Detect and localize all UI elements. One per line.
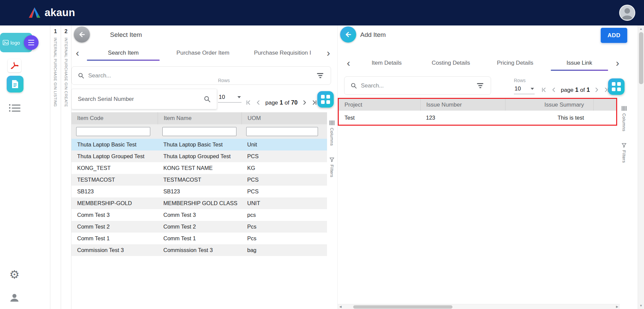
brand-logo[interactable]: akaun — [28, 7, 75, 19]
serial-search-input[interactable] — [78, 96, 204, 103]
next-page-button[interactable] — [593, 86, 600, 94]
table-cell: Comm Test 3 — [71, 212, 158, 218]
grid-view-button[interactable] — [608, 78, 625, 95]
serial-search-icon[interactable] — [204, 96, 211, 103]
prev-page-button[interactable] — [255, 99, 262, 106]
user-avatar[interactable] — [619, 5, 635, 21]
scroll-up-arrow-icon[interactable]: ▲ — [638, 27, 644, 30]
next-page-button[interactable] — [301, 99, 308, 106]
list-view-icon[interactable] — [9, 103, 20, 113]
sidebar-menu-toggle[interactable] — [24, 35, 39, 50]
horizontal-scrollbar[interactable]: ◀ ▶ — [338, 304, 620, 309]
add-button[interactable]: ADD — [601, 28, 627, 43]
broken-image-icon — [3, 40, 9, 45]
back-button[interactable] — [340, 26, 356, 43]
tab-purchase-order-item[interactable]: Purchase Order Item — [163, 45, 243, 61]
rows-per-page-select[interactable]: 10 — [514, 85, 535, 94]
first-page-button[interactable] — [540, 86, 548, 94]
scroll-down-arrow-icon[interactable]: ▼ — [638, 304, 644, 307]
grid-view-button[interactable] — [317, 91, 334, 108]
columns-toggle[interactable]: Columns — [622, 106, 627, 131]
column-filter-input[interactable] — [246, 127, 318, 136]
tab-search-item[interactable]: Search Item — [84, 45, 163, 61]
document-app-icon[interactable] — [7, 76, 23, 92]
vertical-scrollbar[interactable]: ▲ ▼ — [638, 25, 644, 309]
table-cell: Thuta Laptop Basic Test — [71, 141, 158, 148]
tabs-scroll-right-icon[interactable]: › — [322, 45, 334, 61]
tab-costing-details[interactable]: Costing Details — [419, 55, 483, 71]
pagination: page 1 of 70 — [245, 99, 318, 106]
rows-label: Rows — [514, 78, 535, 83]
column-header: UOM — [241, 112, 327, 124]
tab-issue-link[interactable]: Issue Link — [547, 55, 612, 71]
table-cell: TESTMACOST — [71, 177, 158, 183]
issue-search-box — [344, 76, 491, 95]
table-cell: 123 — [420, 115, 505, 121]
scrollbar-track[interactable] — [343, 304, 614, 309]
scrollbar-thumb[interactable] — [353, 305, 452, 309]
prev-page-button[interactable] — [550, 86, 557, 94]
table-cell: KG — [241, 165, 327, 171]
filter-list-icon[interactable] — [316, 72, 325, 79]
tab-pricing-details[interactable]: Pricing Details — [483, 55, 547, 71]
settings-gear-icon[interactable]: ⚙ — [7, 267, 21, 282]
scrollbar-thumb[interactable] — [639, 32, 643, 84]
tabs-scroll-left-icon[interactable]: ‹ — [342, 55, 355, 71]
page-word: page — [561, 87, 574, 94]
table-row[interactable]: TESTMACOSTTESTMACOSTPCS — [71, 174, 327, 186]
workflow-step[interactable]: 1INTERNAL PURCHASE GIN LISTING — [50, 25, 61, 309]
filters-toggle[interactable]: Filters — [622, 143, 627, 163]
table-row[interactable]: MEMBERSHIP-GOLDMEMBERSHIP GOLD CLASSUNIT — [71, 197, 327, 209]
tabs-scroll-right-icon[interactable]: › — [611, 55, 624, 71]
pdf-export-icon[interactable] — [8, 59, 21, 72]
item-search-input[interactable] — [88, 72, 312, 79]
table-row[interactable]: Thuta Laptop Grouped TestThuta Laptop Gr… — [71, 150, 327, 162]
right-tabs: Item DetailsCosting DetailsPricing Detai… — [355, 55, 611, 71]
tab-item-details[interactable]: Item Details — [355, 55, 419, 71]
table-cell: TESTMACOST — [158, 177, 241, 183]
rows-per-page-select[interactable]: 10 — [218, 94, 241, 103]
issue-search-input[interactable] — [361, 82, 472, 89]
tab-purchase-requisition-i[interactable]: Purchase Requisition I — [243, 45, 322, 61]
filters-label: Filters — [329, 165, 334, 177]
workflow-step[interactable]: 2INTERNAL PURCHASE GIN CREATE — [61, 25, 71, 309]
first-page-button[interactable] — [245, 99, 252, 106]
sidebar-logo-text: logo — [10, 40, 20, 46]
profile-person-icon[interactable] — [8, 292, 20, 304]
table-cell: Commission Test 3 — [71, 247, 158, 253]
columns-toggle[interactable]: Columns — [329, 120, 335, 146]
hamburger-icon — [28, 40, 34, 41]
table-cell: Pcs — [241, 224, 327, 230]
rows-value: 10 — [515, 85, 521, 92]
issue-table-header: ProjectIssue NumberIssue Summary — [339, 99, 616, 111]
workflow-steps: 1INTERNAL PURCHASE GIN LISTING2INTERNAL … — [50, 25, 71, 309]
pagination: page 1 of 1 — [540, 86, 610, 94]
table-cell: Thuta Laptop Grouped Test — [71, 153, 158, 160]
page-current: 1 — [280, 99, 283, 106]
columns-label: Columns — [329, 128, 334, 146]
back-button[interactable] — [74, 26, 90, 43]
right-panel-tabbar: ‹ Item DetailsCosting DetailsPricing Det… — [342, 55, 624, 71]
column-filter-input[interactable] — [76, 127, 150, 136]
table-row[interactable]: KONG_TESTKONG TEST NAMEKG — [71, 162, 327, 174]
table-cell: MEMBERSHIP-GOLD — [71, 200, 158, 206]
filter-cell — [158, 124, 241, 139]
table-row[interactable]: Thuta Laptop Basic TestThuta Laptop Basi… — [71, 139, 327, 150]
table-row[interactable]: Comm Test 1Comm Test 1Pcs — [71, 233, 327, 244]
last-page-button[interactable] — [311, 99, 318, 106]
table-row[interactable]: Test123This is test — [339, 111, 616, 125]
table-row[interactable]: Comm Test 2Comm Test 2Pcs — [71, 221, 327, 233]
scroll-left-arrow-icon[interactable]: ◀ — [338, 305, 343, 308]
select-item-panel: Select Item ‹ Search ItemPurchase Order … — [71, 25, 336, 309]
document-icon — [11, 79, 19, 89]
table-row[interactable]: SB123SB123PCS — [71, 186, 327, 197]
table-row[interactable]: Commission Test 3Commisssion Test 3bag — [71, 244, 327, 256]
column-filter-input[interactable] — [162, 127, 236, 136]
filter-list-icon[interactable] — [476, 82, 485, 89]
funnel-icon — [622, 143, 627, 148]
serial-search-box — [71, 89, 217, 109]
scroll-right-arrow-icon[interactable]: ▶ — [614, 305, 620, 308]
filters-toggle[interactable]: Filters — [329, 157, 334, 177]
table-row[interactable]: Comm Test 3Comm Test 3pcs — [71, 209, 327, 221]
tabs-scroll-left-icon[interactable]: ‹ — [71, 45, 84, 61]
